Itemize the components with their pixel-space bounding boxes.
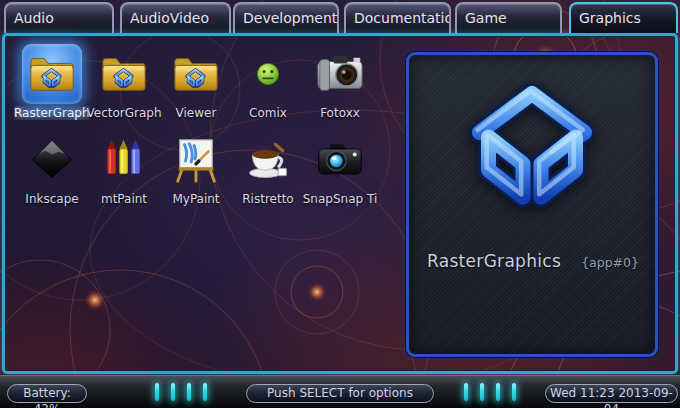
- app-label: SnapSnap Ti: [302, 192, 378, 206]
- app-item-vectorgraph[interactable]: VectorGraph: [86, 44, 162, 126]
- tab-label: Documentatio: [354, 10, 451, 26]
- black-diamond-icon: [28, 136, 76, 184]
- clock-display: Wed 11:23 2013-09-04: [545, 384, 678, 403]
- crayons-icon: [100, 136, 148, 184]
- app-item-mtpaint[interactable]: mtPaint: [86, 130, 162, 212]
- tab-label: AudioVideo: [130, 10, 209, 26]
- signal-bar-icon: [203, 383, 207, 401]
- silver-camera-icon: [315, 49, 365, 99]
- black-camera-icon: [316, 136, 364, 184]
- blue-cube-logo-icon: [456, 71, 608, 221]
- app-item-rastergraph[interactable]: RasterGraph:: [14, 44, 90, 126]
- selected-app-ref: {app#0}: [581, 255, 639, 270]
- tab-label: Development: [243, 10, 337, 26]
- app-label: MyPaint: [158, 192, 234, 206]
- tab-audio[interactable]: Audio: [4, 2, 114, 33]
- app-label: Inkscape: [14, 192, 90, 206]
- easel-icon: [171, 135, 221, 185]
- signal-bar-icon: [480, 383, 484, 401]
- folder-cube-icon: [99, 49, 149, 99]
- app-launcher-screen: Audio AudioVideo Development Documentati…: [0, 0, 680, 408]
- app-item-snapsnap[interactable]: SnapSnap Ti: [302, 130, 378, 212]
- app-label: Viewer: [158, 106, 234, 120]
- selected-app-name: RasterGraphics: [427, 251, 561, 271]
- app-item-inkscape[interactable]: Inkscape: [14, 130, 90, 212]
- app-item-mypaint[interactable]: MyPaint: [158, 130, 234, 212]
- signal-bar-icon: [496, 383, 500, 401]
- tab-label: Game: [465, 10, 507, 26]
- detail-panel: RasterGraphics {app#0}: [406, 52, 658, 357]
- tab-label: Graphics: [579, 10, 641, 26]
- signal-bar-icon: [187, 383, 191, 401]
- tab-label: Audio: [14, 10, 54, 26]
- battery-status: Battery: 42%: [7, 384, 87, 403]
- tab-game[interactable]: Game: [455, 2, 562, 33]
- signal-bar-icon: [171, 383, 175, 401]
- app-label: Fotoxx: [302, 106, 378, 120]
- app-label: RasterGraph:: [14, 106, 90, 120]
- selection-highlight: [22, 44, 82, 104]
- select-hint: Push SELECT for options: [246, 384, 434, 403]
- signal-bar-icon: [512, 383, 516, 401]
- app-item-viewer[interactable]: Viewer: [158, 44, 234, 126]
- tab-documentation[interactable]: Documentatio: [344, 2, 451, 33]
- signal-bar-icon: [155, 383, 159, 401]
- folder-cube-icon: [27, 49, 77, 99]
- app-label: VectorGraph: [86, 106, 162, 120]
- app-item-fotoxx[interactable]: Fotoxx: [302, 44, 378, 126]
- folder-cube-icon: [171, 49, 221, 99]
- green-smiley-icon: [243, 49, 293, 99]
- app-label: mtPaint: [86, 192, 162, 206]
- tab-development[interactable]: Development: [233, 2, 339, 33]
- app-label: Comix: [230, 106, 306, 120]
- app-item-comix[interactable]: Comix: [230, 44, 306, 126]
- coffee-cup-icon: [244, 136, 292, 184]
- app-item-ristretto[interactable]: Ristretto: [230, 130, 306, 212]
- app-label: Ristretto: [230, 192, 306, 206]
- signal-bar-icon: [464, 383, 468, 401]
- tab-audiovideo[interactable]: AudioVideo: [120, 2, 231, 33]
- status-bar: Battery: 42% Push SELECT for options Wed…: [0, 375, 680, 408]
- tab-graphics[interactable]: Graphics: [569, 2, 678, 33]
